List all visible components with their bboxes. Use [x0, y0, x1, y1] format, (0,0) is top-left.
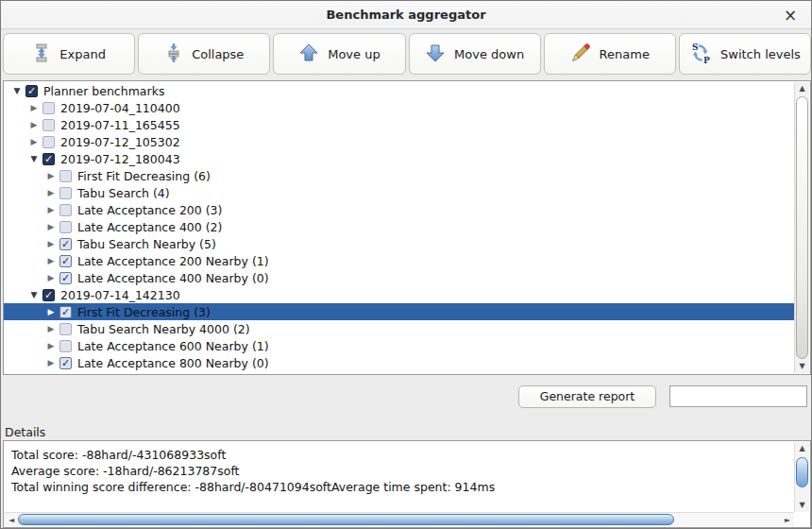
report-progress-bar — [669, 385, 807, 407]
expand-button-label: Expand — [59, 47, 106, 61]
tree-row[interactable]: ▶Late Acceptance 200 (3) — [4, 201, 794, 218]
scroll-right-icon[interactable]: ► — [781, 513, 794, 527]
details-vertical-scrollbar[interactable]: ▲ ▼ — [794, 442, 809, 512]
tree-row[interactable]: ▶First Fit Decreasing (6) — [4, 167, 794, 184]
expand-arrow-icon[interactable]: ▶ — [45, 307, 57, 316]
tree-row[interactable]: ▶Late Acceptance 400 (2) — [4, 218, 794, 235]
tree-row-label: 2019-07-12_105302 — [60, 135, 180, 149]
expand-arrow-icon[interactable]: ▶ — [45, 273, 57, 282]
expand-arrow-icon[interactable]: ▶ — [45, 324, 57, 333]
benchmark-aggregator-window: Benchmark aggregator × Expand Collapse — [0, 0, 812, 529]
expand-arrow-icon[interactable]: ▶ — [28, 103, 40, 112]
checkbox-mixed[interactable]: ✓ — [42, 153, 55, 165]
expand-arrow-icon[interactable]: ▶ — [45, 205, 57, 214]
svg-text:S: S — [692, 43, 699, 52]
tree-row-label: Planner benchmarks — [43, 84, 164, 98]
expand-arrow-icon[interactable]: ▶ — [45, 341, 57, 350]
tree-row[interactable]: ▶2019-07-04_110400 — [4, 99, 794, 116]
checkbox-mixed[interactable]: ✓ — [25, 85, 38, 97]
move-up-icon — [298, 43, 319, 66]
details-text: Total score: -88hard/-431068933softAvera… — [11, 447, 791, 495]
checkbox-unchecked[interactable] — [42, 102, 55, 114]
checkbox-unchecked[interactable] — [59, 340, 72, 352]
details-hscroll-thumb[interactable] — [18, 514, 674, 525]
collapse-arrow-icon[interactable]: ▼ — [28, 154, 40, 163]
checkbox-unchecked[interactable] — [59, 323, 72, 335]
checkbox-unchecked[interactable] — [42, 136, 55, 148]
checkbox-unchecked[interactable] — [59, 187, 72, 199]
collapse-icon — [164, 43, 183, 65]
tree-row-label: First Fit Decreasing (6) — [77, 169, 211, 183]
checkbox-checked[interactable]: ✓ — [59, 272, 72, 284]
details-vscroll-thumb[interactable] — [796, 457, 808, 487]
checkbox-checked[interactable]: ✓ — [59, 306, 72, 318]
tree-row[interactable]: ▶✓Late Acceptance 800 Nearby (0) — [4, 354, 794, 371]
expand-arrow-icon[interactable]: ▶ — [28, 137, 40, 146]
checkbox-unchecked[interactable] — [59, 170, 72, 182]
details-horizontal-scrollbar[interactable]: ◄ ► — [5, 512, 794, 526]
tree-row[interactable]: ▶Tabu Search (4) — [4, 184, 794, 201]
tree-row-label: Late Acceptance 600 Nearby (1) — [77, 339, 269, 353]
scroll-up-icon[interactable]: ▲ — [795, 442, 809, 455]
tree-row-label: Late Acceptance 400 Nearby (0) — [77, 271, 269, 285]
move-down-button[interactable]: Move down — [409, 33, 541, 75]
tree-row[interactable]: ▶✓Late Acceptance 400 Nearby (0) — [4, 269, 794, 286]
details-line: Average score: -18hard/-86213787soft — [11, 463, 791, 479]
checkbox-unchecked[interactable] — [59, 204, 72, 216]
switch-levels-button[interactable]: S P Switch levels — [679, 33, 811, 75]
collapse-button-label: Collapse — [192, 47, 244, 61]
tree-row-label: Late Acceptance 200 Nearby (1) — [77, 254, 269, 268]
tree-row[interactable]: ▶✓Tabu Search Nearby (5) — [4, 235, 794, 252]
benchmark-tree: ▼✓Planner benchmarks▶2019-07-04_110400▶2… — [3, 80, 811, 375]
tree-row-label: First Fit Decreasing (3) — [77, 305, 211, 319]
expand-arrow-icon[interactable]: ▶ — [45, 222, 57, 231]
tree-row-label: 2019-07-14_142130 — [60, 288, 180, 302]
scroll-up-icon[interactable]: ▲ — [795, 82, 809, 95]
expand-arrow-icon[interactable]: ▶ — [45, 188, 57, 197]
tree-row-label: Tabu Search Nearby 4000 (2) — [77, 322, 250, 336]
checkbox-checked[interactable]: ✓ — [59, 238, 72, 250]
move-down-button-label: Move down — [454, 47, 524, 61]
collapse-arrow-icon[interactable]: ▼ — [28, 290, 40, 299]
tree-row[interactable]: ▶2019-07-12_105302 — [4, 133, 794, 150]
tree-row[interactable]: ▼✓2019-07-12_180043 — [4, 150, 794, 167]
scroll-left-icon[interactable]: ◄ — [5, 513, 18, 527]
checkbox-checked[interactable]: ✓ — [59, 255, 72, 267]
checkbox-mixed[interactable]: ✓ — [42, 289, 55, 301]
scroll-down-icon[interactable]: ▼ — [795, 499, 809, 512]
tree-vertical-scrollbar[interactable]: ▲ ▼ — [794, 82, 809, 373]
checkbox-checked[interactable]: ✓ — [59, 357, 72, 369]
collapse-arrow-icon[interactable]: ▼ — [11, 86, 23, 95]
rename-button[interactable]: Rename — [544, 33, 676, 75]
tree-row[interactable]: ▼✓Planner benchmarks — [4, 82, 794, 99]
tree-row-label: Tabu Search Nearby (5) — [77, 237, 216, 251]
tree-scrollbar-thumb[interactable] — [796, 96, 808, 359]
tree-row-label: 2019-07-12_180043 — [60, 152, 180, 166]
toolbar: Expand Collapse Move up — [3, 33, 811, 77]
tree-row[interactable]: ▶Late Acceptance 600 Nearby (1) — [4, 337, 794, 354]
details-line: Total winning score difference: -88hard/… — [11, 479, 791, 495]
generate-report-button[interactable]: Generate report — [518, 385, 656, 408]
expand-arrow-icon[interactable]: ▶ — [28, 120, 40, 129]
checkbox-unchecked[interactable] — [59, 221, 72, 233]
scroll-down-icon[interactable]: ▼ — [795, 360, 809, 373]
tree-row[interactable]: ▶✓First Fit Decreasing (3) — [4, 303, 794, 320]
checkbox-unchecked[interactable] — [42, 119, 55, 131]
collapse-button[interactable]: Collapse — [138, 33, 270, 75]
expand-arrow-icon[interactable]: ▶ — [45, 256, 57, 265]
tree-rows: ▼✓Planner benchmarks▶2019-07-04_110400▶2… — [4, 82, 794, 371]
tree-row-label: Tabu Search (4) — [77, 186, 170, 200]
details-panel: Total score: -88hard/-431068933softAvera… — [3, 440, 811, 528]
details-line: Total score: -88hard/-431068933soft — [11, 447, 791, 463]
expand-arrow-icon[interactable]: ▶ — [45, 171, 57, 180]
tree-row[interactable]: ▶2019-07-11_165455 — [4, 116, 794, 133]
tree-row[interactable]: ▼✓2019-07-14_142130 — [4, 286, 794, 303]
tree-row[interactable]: ▶✓Late Acceptance 200 Nearby (1) — [4, 252, 794, 269]
title-bar: Benchmark aggregator × — [1, 1, 811, 29]
move-up-button[interactable]: Move up — [273, 33, 405, 75]
expand-arrow-icon[interactable]: ▶ — [45, 239, 57, 248]
expand-button[interactable]: Expand — [3, 33, 135, 75]
tree-row[interactable]: ▶Tabu Search Nearby 4000 (2) — [4, 320, 794, 337]
expand-arrow-icon[interactable]: ▶ — [45, 358, 57, 367]
close-icon[interactable]: × — [781, 6, 800, 25]
